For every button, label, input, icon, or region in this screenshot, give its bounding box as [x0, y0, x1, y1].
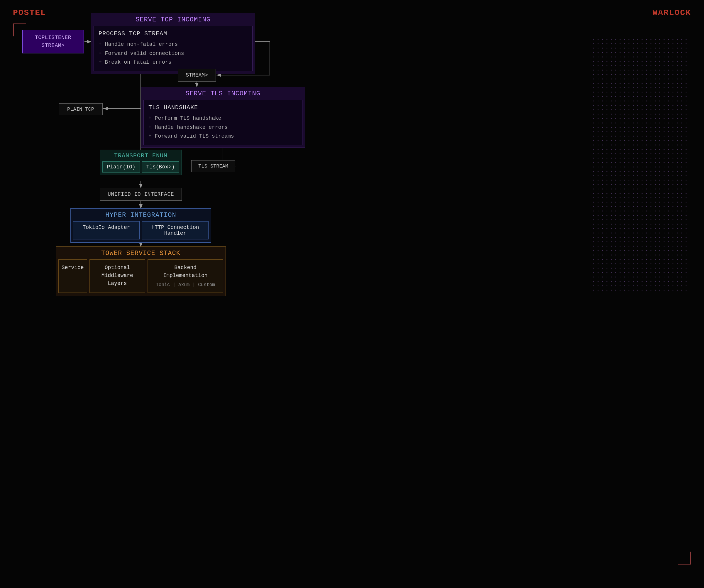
postel-label: POSTEL — [13, 8, 46, 17]
serve-tls-content: TLS HANDSHAKE + Perform TLS handshake + … — [143, 100, 302, 145]
tcplistener-box: TCPLISTENER STREAM> — [22, 30, 84, 53]
plain-tcp-box: PLAIN TCP — [59, 103, 103, 115]
transport-enum-title: TRANSPORT ENUM — [100, 150, 182, 161]
hyper-tokio: TokioIo Adapter — [73, 221, 139, 239]
hyper-title: HYPER INTEGRATION — [71, 209, 211, 221]
plain-tcp-label: PLAIN TCP — [67, 107, 94, 112]
serve-tcp-box: SERVE_TCP_INCOMING PROCESS TCP STREAM + … — [91, 13, 255, 74]
serve-tcp-title: SERVE_TCP_INCOMING — [91, 13, 255, 26]
hyper-components: TokioIo Adapter HTTP Connection Handler — [71, 221, 211, 242]
serve-tcp-item-2: + Forward valid connections — [99, 49, 247, 58]
transport-variants: Plain(IO) Tls(Box>) — [100, 161, 182, 173]
tower-backend: Backend Implementation Tonic | Axum | Cu… — [148, 259, 223, 293]
serve-tls-title: SERVE_TLS_INCOMING — [141, 87, 305, 100]
stream-box: STREAM> — [178, 69, 216, 81]
serve-tls-content-title: TLS HANDSHAKE — [149, 104, 297, 111]
serve-tls-item-2: + Handle handshake errors — [149, 123, 297, 132]
warlock-label: WARLOCK — [652, 8, 691, 17]
tls-stream-box: TLS STREAM — [191, 160, 235, 172]
hyper-integration-box: HYPER INTEGRATION TokioIo Adapter HTTP C… — [70, 208, 211, 243]
variant-tls: Tls(Box>) — [142, 161, 179, 173]
tower-middleware: OptionalMiddleware Layers — [90, 259, 145, 293]
serve-tcp-item-1: + Handle non-fatal errors — [99, 40, 247, 49]
serve-tls-item-1: + Perform TLS handshake — [149, 114, 297, 123]
unified-io-box: UNIFIED IO INTERFACE — [100, 188, 182, 201]
tls-stream-label: TLS STREAM — [198, 164, 228, 169]
serve-tcp-content-title: PROCESS TCP STREAM — [99, 30, 247, 37]
stream-label: STREAM> — [186, 72, 208, 78]
serve-tcp-item-3: + Break on fatal errors — [99, 58, 247, 67]
variant-plain: Plain(IO) — [102, 161, 140, 173]
tower-title: TOWER SERVICE STACK — [56, 247, 226, 259]
tower-service: Service — [58, 259, 87, 293]
tower-stack-box: TOWER SERVICE STACK Service OptionalMidd… — [56, 246, 226, 296]
tower-components: Service OptionalMiddleware Layers Backen… — [56, 259, 226, 296]
bracket-bottom-right — [678, 551, 691, 565]
hyper-http: HTTP Connection Handler — [142, 221, 209, 239]
tcplistener-label: TCPLISTENER STREAM> — [35, 34, 71, 50]
transport-enum-box: TRANSPORT ENUM Plain(IO) Tls(Box>) — [100, 150, 182, 175]
dot-grid-decoration — [593, 38, 692, 296]
serve-tcp-content: PROCESS TCP STREAM + Handle non-fatal er… — [94, 26, 252, 71]
serve-tls-item-3: + Forward valid TLS streams — [149, 132, 297, 141]
tower-backend-sub: Tonic | Axum | Custom — [151, 281, 220, 288]
serve-tls-box: SERVE_TLS_INCOMING TLS HANDSHAKE + Perfo… — [141, 87, 305, 148]
unified-io-label: UNIFIED IO INTERFACE — [108, 191, 174, 197]
